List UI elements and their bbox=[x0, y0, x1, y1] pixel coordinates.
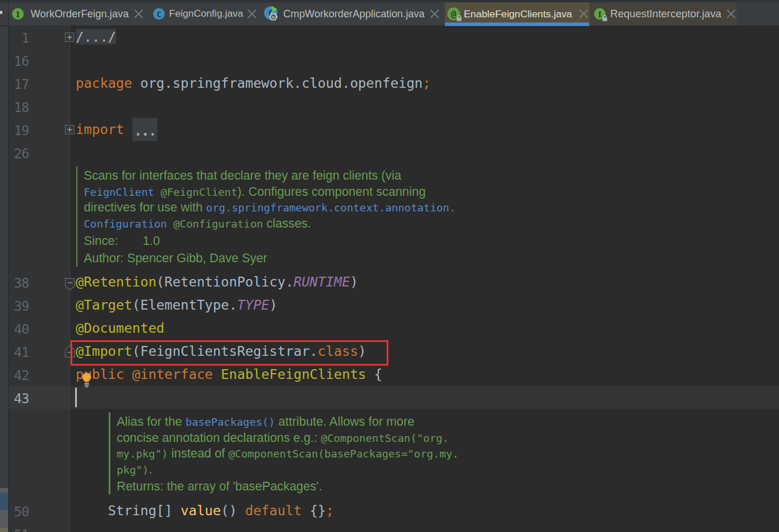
line-number: 41 bbox=[9, 341, 29, 364]
javadoc-left-line bbox=[76, 166, 78, 267]
javadoc-line: directives for use with org.springframew… bbox=[84, 199, 455, 215]
panel-sliver-band bbox=[0, 488, 8, 493]
tab-label: WorkOrderFeign.java bbox=[31, 8, 129, 20]
javadoc-text: directives for use with bbox=[84, 200, 206, 214]
line-number: 51 bbox=[9, 523, 29, 532]
javadoc-code-reference[interactable]: FeignClient bbox=[84, 186, 161, 198]
code-token: public @interface bbox=[76, 366, 221, 382]
javadoc-line: my.pkg") instead of @ComponentScan(baseP… bbox=[117, 445, 459, 462]
fold-expand-icon[interactable] bbox=[65, 32, 75, 42]
intention-bulb-icon[interactable] bbox=[81, 371, 92, 388]
javadoc-text: my.pkg") bbox=[117, 448, 168, 460]
code-token: @Documented bbox=[76, 320, 165, 336]
code-token: @Target bbox=[76, 297, 132, 312]
editor-tab-WorkOrderFeign[interactable]: I WorkOrderFeign.java bbox=[9, 2, 148, 25]
javadoc-text: 1.0 bbox=[143, 234, 160, 248]
line-number: 1 bbox=[9, 27, 29, 50]
code-line-19[interactable]: import bbox=[76, 118, 157, 141]
line-number: 16 bbox=[9, 50, 29, 73]
code-token bbox=[124, 121, 132, 137]
javadoc-text: @Configuration bbox=[173, 218, 263, 230]
javadoc-text: Alias for the bbox=[117, 415, 186, 429]
tab-label: RequestInterceptor.java bbox=[610, 8, 721, 20]
caret-row-highlight bbox=[70, 386, 779, 409]
code-token: {} bbox=[302, 503, 326, 518]
code-line-39[interactable]: @Target(ElementType.TYPE) bbox=[76, 293, 277, 317]
code-line-38[interactable]: @Retention(RetentionPolicy.RUNTIME) bbox=[76, 270, 358, 293]
javadoc-text: @FeignClient bbox=[161, 186, 238, 198]
panel-sliver-band bbox=[0, 493, 8, 510]
code-line-1[interactable]: /.../ bbox=[76, 25, 116, 49]
code-token: (ElementType. bbox=[132, 297, 237, 312]
annotation-icon: @ bbox=[447, 8, 460, 20]
javadoc-text: Since: bbox=[84, 234, 118, 248]
code-token: String[] bbox=[76, 503, 180, 518]
code-token: default bbox=[245, 503, 302, 518]
javadoc-code-reference[interactable]: Configuration bbox=[84, 218, 173, 230]
red-annotation-box bbox=[71, 340, 388, 366]
editor-tab-CmpWorkorderApplication[interactable]: C CmpWorkorderApplication.java bbox=[263, 2, 445, 25]
javadoc-text: ). Configures component scanning bbox=[238, 185, 426, 199]
code-line-17[interactable]: package org.springframework.cloud.openfe… bbox=[76, 72, 431, 95]
panel-sliver-band bbox=[0, 510, 8, 528]
javadoc-line: Alias for the basePackages() attribute. … bbox=[117, 414, 414, 430]
code-token: (RetentionPolicy. bbox=[157, 274, 294, 289]
javadoc-line: Scans for interfaces that declare they a… bbox=[84, 168, 401, 184]
code-token: org.springframework.cloud.openfeign bbox=[132, 75, 423, 91]
javadoc-code-reference[interactable]: org.springframework.context.annotation. bbox=[206, 202, 456, 214]
javadoc-line: Configuration @Configuration classes. bbox=[84, 215, 311, 232]
close-icon[interactable] bbox=[247, 9, 257, 18]
lock-icon bbox=[456, 14, 462, 21]
folded-imports-placeholder[interactable] bbox=[132, 118, 157, 141]
close-icon[interactable] bbox=[579, 9, 588, 18]
tab-bar-bottom-border bbox=[0, 25, 779, 27]
code-line-40[interactable]: @Documented bbox=[76, 317, 165, 340]
javadoc-text: instead of bbox=[168, 447, 229, 460]
interface-icon: I bbox=[594, 8, 606, 20]
close-icon[interactable] bbox=[134, 9, 143, 18]
javadoc-line: Returns: the array of 'basePackages'. bbox=[117, 478, 322, 494]
fold-collapse-top-icon[interactable] bbox=[65, 278, 75, 291]
javadoc-text: @ComponentScan(basePackages="org.my. bbox=[228, 448, 459, 460]
code-line-50[interactable]: String[] value() default {}; bbox=[76, 499, 334, 522]
editor-tab-FeignConfig[interactable]: C FeignConfig.java bbox=[148, 2, 263, 25]
javadoc-text: concise annotation declarations e.g.: bbox=[117, 431, 321, 445]
code-token: value bbox=[180, 503, 221, 518]
code-line-42[interactable]: public @interface EnableFeignClients { bbox=[76, 363, 382, 386]
javadoc-left-line bbox=[109, 412, 110, 494]
code-token: EnableFeignClients bbox=[221, 366, 366, 382]
editor-tab-bar: I WorkOrderFeign.java C FeignConfig.java… bbox=[0, 0, 779, 25]
javadoc-text: . bbox=[149, 463, 152, 477]
javadoc-line: pkg"). bbox=[117, 462, 152, 478]
ellipsis-dot bbox=[144, 133, 147, 136]
line-number: 26 bbox=[9, 142, 29, 165]
close-icon[interactable] bbox=[430, 9, 439, 18]
code-token: { bbox=[366, 366, 383, 382]
ellipsis-dot bbox=[137, 133, 140, 136]
javadoc-text: Returns: the array of 'basePackages'. bbox=[117, 479, 322, 493]
javadoc-text: Scans for interfaces that declare they a… bbox=[84, 169, 401, 183]
line-number: 19 bbox=[9, 119, 29, 142]
left-panel-sliver bbox=[0, 0, 8, 532]
code-token: () bbox=[221, 503, 245, 518]
line-number: 43 bbox=[9, 387, 29, 410]
code-token: package bbox=[76, 75, 132, 91]
javadoc-line: Since:1.0 bbox=[84, 233, 160, 249]
code-token: ; bbox=[326, 503, 334, 518]
ide-window: I WorkOrderFeign.java C FeignConfig.java… bbox=[0, 0, 779, 532]
javadoc-code-reference[interactable]: basePackages() bbox=[186, 416, 275, 428]
javadoc-line: concise annotation declarations e.g.: @C… bbox=[117, 430, 449, 446]
line-number: 17 bbox=[9, 73, 29, 96]
panel-sliver-band bbox=[0, 528, 8, 532]
code-token: @Retention bbox=[76, 274, 157, 289]
line-number: 39 bbox=[9, 295, 29, 318]
javadoc-line: Author: Spencer Gibb, Dave Syer bbox=[84, 250, 267, 266]
code-token: RUNTIME bbox=[294, 274, 350, 289]
fold-expand-icon[interactable] bbox=[65, 125, 75, 135]
lock-icon bbox=[602, 14, 608, 21]
close-icon[interactable] bbox=[726, 9, 736, 18]
folded-comment-placeholder[interactable]: /.../ bbox=[76, 29, 116, 44]
javadoc-text: attribute. Allows for more bbox=[275, 415, 414, 429]
class-icon: C bbox=[153, 8, 165, 20]
editor-tab-RequestInterceptor[interactable]: I RequestInterceptor.java bbox=[589, 2, 737, 25]
